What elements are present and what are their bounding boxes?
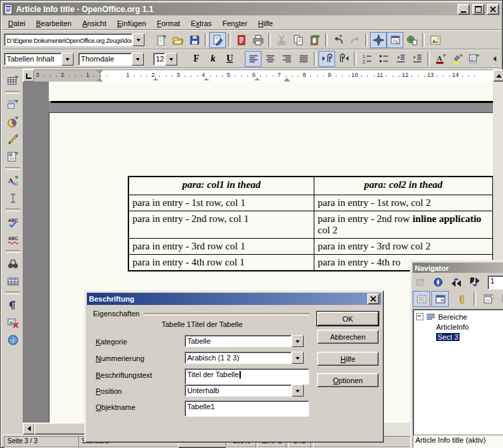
menu-extras[interactable]: Extras <box>185 18 217 29</box>
draw-functions-button[interactable] <box>3 130 22 148</box>
hyperlink-button[interactable] <box>403 32 420 48</box>
previous-button[interactable] <box>447 274 465 290</box>
find-replace-button[interactable] <box>3 255 22 272</box>
navigation-button[interactable] <box>430 274 446 290</box>
nummerierung-dropdown-icon[interactable] <box>292 352 304 364</box>
menu-format[interactable]: Format <box>151 18 185 29</box>
new-document-button[interactable] <box>153 32 169 48</box>
menu-einfuegen[interactable]: Einfügen <box>112 18 151 29</box>
autospellcheck-button[interactable]: ABC <box>3 231 22 248</box>
table-cell[interactable]: para in entry - 3rd row col 2 <box>314 239 492 255</box>
position-dropdown-icon[interactable] <box>292 384 304 397</box>
url-value[interactable]: D:\Eigene Dokumente\OpenOffice.org Zeugs… <box>4 33 132 46</box>
ok-button[interactable]: OK <box>317 312 379 326</box>
data-sources-button[interactable] <box>3 272 22 290</box>
form-functions-button[interactable] <box>3 148 22 165</box>
paragraph-style-dropdown-icon[interactable] <box>62 53 74 66</box>
menu-ansicht[interactable]: Ansicht <box>77 18 112 29</box>
maximize-button[interactable] <box>472 4 484 15</box>
insert-frame-button[interactable] <box>3 96 22 113</box>
font-size-combobox[interactable]: 12 <box>153 53 177 66</box>
print-button[interactable] <box>249 32 266 48</box>
url-combobox[interactable]: D:\Eigene Dokumente\OpenOffice.org Zeugs… <box>4 33 144 46</box>
table-cell[interactable]: para in entry - 1st row, col 2 <box>314 195 492 211</box>
direct-cursor-button[interactable] <box>3 189 22 207</box>
insert-button[interactable]: ABC <box>3 172 22 189</box>
font-size-value[interactable]: 12 <box>153 53 165 66</box>
paragraph-style-value[interactable]: Tabellen Inhalt <box>4 53 62 66</box>
close-button[interactable] <box>487 4 499 15</box>
document-table[interactable]: para: col1 in thead para: col2 in thead … <box>128 176 493 271</box>
font-size-dropdown-icon[interactable] <box>165 53 177 66</box>
bullets-button[interactable] <box>375 51 392 67</box>
options-button[interactable]: Optionen <box>317 373 379 387</box>
save-button[interactable] <box>186 32 203 48</box>
cancel-button[interactable]: Abbrechen <box>317 330 379 344</box>
table-cell[interactable]: para in entry - 2nd row inline applicati… <box>314 211 492 239</box>
nummerierung-value[interactable]: Arabisch (1 2 3) <box>185 352 292 364</box>
menu-fenster[interactable]: Fenster <box>217 18 253 29</box>
decrease-indent-button[interactable] <box>392 51 409 67</box>
nonprinting-characters-button[interactable] <box>3 296 22 314</box>
header-icon[interactable] <box>480 291 497 307</box>
paragraph-style-combobox[interactable]: Tabellen Inhalt <box>4 53 74 66</box>
font-name-dropdown-icon[interactable] <box>132 53 144 66</box>
justify-button[interactable] <box>295 51 312 67</box>
font-name-value[interactable]: Thorndale <box>78 53 132 66</box>
insert-object-button[interactable] <box>3 113 22 130</box>
beschriftungstext-input[interactable]: Titel der Tabelle <box>185 368 309 384</box>
footer-icon[interactable] <box>498 291 503 307</box>
ruler[interactable]: 3211234567891011121314 <box>34 70 494 82</box>
toolbar-more-left-icon[interactable] <box>488 51 500 67</box>
menu-bearbeiten[interactable]: Bearbeiten <box>31 18 77 29</box>
drag-mode-icon[interactable] <box>431 291 449 307</box>
left-to-right-button[interactable] <box>318 51 335 67</box>
scroll-up-icon[interactable] <box>493 70 503 82</box>
table-cell[interactable]: para in entry - 4th row col 1 <box>129 255 314 270</box>
minimize-button[interactable] <box>458 4 470 15</box>
align-left-button[interactable] <box>245 51 262 67</box>
gallery-button[interactable] <box>427 32 443 48</box>
kategorie-dropdown-icon[interactable] <box>292 335 304 347</box>
underline-button[interactable]: U <box>221 51 238 67</box>
font-color-button[interactable]: A <box>432 51 449 67</box>
navigator-button[interactable] <box>370 32 387 48</box>
copy-button[interactable] <box>290 32 306 48</box>
left-indent-marker[interactable] <box>96 74 103 82</box>
font-name-combobox[interactable]: Thorndale <box>78 53 144 66</box>
dialog-close-icon[interactable] <box>367 294 379 304</box>
table-cell[interactable]: para in entry - 2nd row, col 1 <box>129 211 314 239</box>
table-cell[interactable]: para in entry - 3rd row col 1 <box>129 239 314 255</box>
right-indent-marker[interactable] <box>284 74 290 82</box>
increase-indent-button[interactable] <box>409 51 425 67</box>
graphics-on-off-button[interactable] <box>3 314 22 331</box>
url-dropdown-icon[interactable] <box>132 33 144 46</box>
page-2-bottom[interactable] <box>49 82 493 101</box>
italic-button[interactable]: k <box>205 51 221 67</box>
table-header-cell[interactable]: para: col1 in thead <box>129 177 314 195</box>
open-button[interactable] <box>169 32 186 48</box>
align-center-button[interactable] <box>262 51 278 67</box>
scrollbar-thumb[interactable] <box>34 423 88 435</box>
online-layout-button[interactable] <box>3 331 22 348</box>
set-reminder-icon[interactable] <box>453 291 470 307</box>
kategorie-combobox[interactable]: Tabelle <box>185 335 304 347</box>
align-right-button[interactable] <box>278 51 295 67</box>
paste-button[interactable] <box>306 32 323 48</box>
status-page[interactable]: Seite 3 / 3 <box>4 436 79 448</box>
position-value[interactable]: Unterhalb <box>185 384 292 397</box>
collapse-icon[interactable] <box>416 313 423 320</box>
next-button[interactable] <box>466 274 484 290</box>
stylist-button[interactable] <box>387 32 403 48</box>
bold-button[interactable]: F <box>188 51 205 67</box>
navigator-tree[interactable]: Bereiche ArticleInfo Sect 3 <box>413 309 503 437</box>
tab-type-selector[interactable] <box>23 69 35 82</box>
menu-datei[interactable]: Datei <box>3 18 31 29</box>
tree-item-articleinfo[interactable]: ArticleInfo <box>413 322 503 332</box>
spellcheck-button[interactable]: ABC <box>3 213 22 231</box>
objektname-input[interactable]: Tabelle1 <box>185 401 309 417</box>
table-cell[interactable]: para in entry - 1st row, col 1 <box>129 195 314 211</box>
highlighting-button[interactable] <box>449 51 466 67</box>
content-view-icon[interactable] <box>413 291 430 307</box>
tree-item-sect3[interactable]: Sect 3 <box>413 332 503 342</box>
